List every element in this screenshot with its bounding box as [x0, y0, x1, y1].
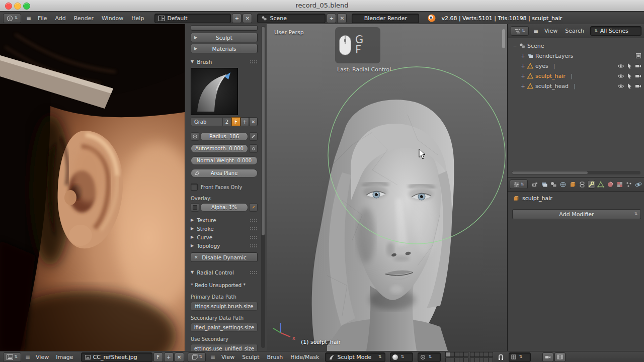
brush-panel-header[interactable]: ▼ Brush	[191, 57, 258, 66]
tab-object-data[interactable]	[597, 180, 605, 189]
pivot-point-selector[interactable]: ⇅	[418, 352, 441, 362]
snap-magnet-icon[interactable]	[498, 354, 504, 360]
overlay-toggle-checkbox[interactable]	[191, 203, 199, 212]
delete-scene-button[interactable]: ✕	[337, 14, 347, 23]
outliner-row-renderlayers[interactable]: + RenderLayers	[508, 51, 644, 61]
tab-world[interactable]	[559, 180, 567, 189]
editor-type-button[interactable]: ⇅	[510, 179, 528, 189]
renderability-camera-icon[interactable]	[635, 84, 641, 88]
menu-window[interactable]: Window	[100, 15, 125, 22]
editor-type-button[interactable]: ⇅	[511, 26, 529, 36]
primary-data-path-field[interactable]: ttings.sculpt.brush.size	[191, 302, 258, 311]
renderability-camera-icon[interactable]	[635, 74, 641, 78]
radius-slider[interactable]: Radius: 186	[200, 132, 248, 141]
curve-panel-header[interactable]: ▶ Curve	[191, 233, 258, 241]
collapse-menus-icon[interactable]: ≡	[210, 353, 215, 360]
visibility-eye-icon[interactable]	[617, 64, 624, 68]
fake-user-button[interactable]: F	[231, 117, 240, 126]
selectability-pointer-icon[interactable]	[627, 83, 632, 89]
v3d-menu-sculpt[interactable]: Sculpt	[240, 354, 261, 360]
image-datablock-selector[interactable]: CC_refSheet.jpg	[81, 352, 152, 362]
secondary-data-path-field[interactable]: ified_paint_settings.size	[191, 323, 258, 332]
opengl-render-anim-button[interactable]	[554, 352, 566, 362]
image-fake-user-button[interactable]: F	[153, 352, 163, 362]
menu-help[interactable]: Help	[130, 15, 145, 22]
radius-edit-button[interactable]	[249, 132, 258, 141]
collapse-menus-icon[interactable]: ≡	[25, 353, 30, 360]
overlay-paint-button[interactable]	[249, 203, 258, 212]
image-editor-area[interactable]	[0, 24, 185, 351]
front-faces-checkbox[interactable]	[191, 184, 198, 191]
editor-type-button[interactable]: ⇅	[3, 14, 21, 23]
brush-preview[interactable]	[191, 68, 238, 115]
stroke-panel-header[interactable]: ▶ Stroke	[191, 224, 258, 233]
outliner-display-mode[interactable]: ⇅ All Scenes	[590, 26, 641, 36]
renderability-camera-icon[interactable]	[635, 64, 641, 68]
delete-layout-button[interactable]: ✕	[243, 14, 252, 23]
v3d-menu-view[interactable]: View	[220, 354, 236, 360]
tab-physics[interactable]	[634, 180, 642, 189]
visibility-eye-icon[interactable]	[617, 74, 624, 78]
layers-widget[interactable]	[445, 352, 493, 362]
outliner-menu-view[interactable]: View	[543, 28, 559, 34]
autosmooth-anim-button[interactable]	[249, 144, 258, 153]
use-secondary-field[interactable]: ettings.use_unified_size	[191, 344, 258, 351]
v3d-menu-hide-mask[interactable]: Hide/Mask	[289, 354, 320, 360]
image-menu-image[interactable]: Image	[54, 354, 74, 360]
selectability-pointer-icon[interactable]	[627, 73, 632, 79]
opengl-render-button[interactable]	[542, 352, 553, 362]
texture-panel-header[interactable]: ▶ Texture	[191, 216, 258, 224]
autosmooth-slider[interactable]: Autosmooth: 0.000	[191, 144, 248, 153]
tool-shelf-scrollbar[interactable]	[261, 26, 265, 348]
brush-users-count[interactable]: 2	[223, 117, 231, 126]
tab-particles[interactable]	[625, 180, 633, 189]
editor-type-button[interactable]: ⇅	[3, 352, 21, 362]
expander-icon[interactable]: +	[521, 63, 525, 69]
scene-selector[interactable]: Scene	[257, 14, 326, 23]
shelf-tab-sculpt[interactable]: ▶ Sculpt	[191, 33, 258, 42]
tab-render[interactable]	[531, 180, 539, 189]
disable-dynamic-button[interactable]: ✕ Disable Dynamic	[191, 252, 258, 262]
unlink-brush-button[interactable]: ✕	[249, 117, 258, 126]
expander-icon[interactable]: +	[521, 73, 525, 79]
v3d-menu-brush[interactable]: Brush	[266, 354, 285, 360]
active-layer-cell[interactable]	[446, 352, 450, 356]
tab-modifiers[interactable]	[588, 180, 596, 189]
add-scene-button[interactable]: +	[327, 14, 336, 23]
outliner-row-sculpt-head[interactable]: + sculpt_head |	[508, 81, 644, 91]
radial-control-panel-header[interactable]: ▼ Radial Control	[191, 268, 258, 277]
viewport-scrollbar[interactable]	[502, 29, 505, 48]
expander-icon[interactable]: +	[521, 53, 525, 59]
tab-texture[interactable]	[616, 180, 624, 189]
collapse-menus-icon[interactable]: ≡	[26, 15, 31, 22]
collapse-menus-icon[interactable]: ≡	[533, 28, 538, 35]
tab-render-layers[interactable]	[540, 180, 548, 189]
expander-icon[interactable]: +	[521, 83, 525, 89]
render-engine-selector[interactable]: Blender Render	[352, 14, 419, 23]
new-image-button[interactable]: +	[164, 352, 174, 362]
shelf-tab-materials[interactable]: ▶ Materials	[191, 44, 258, 53]
outliner-horizontal-scrollbar[interactable]	[512, 171, 640, 174]
outliner-menu-search[interactable]: Search	[564, 28, 586, 34]
normal-weight-slider[interactable]: Normal Weight: 0.000	[191, 156, 258, 165]
menu-file[interactable]: File	[36, 15, 48, 22]
image-menu-view[interactable]: View	[34, 354, 50, 360]
brush-name-field[interactable]: Grab	[191, 117, 223, 126]
outliner-row-sculpt-hair[interactable]: + sculpt_hair |	[508, 71, 644, 81]
outliner-row-scene[interactable]: − Scene	[508, 41, 644, 51]
radius-unit-button[interactable]	[191, 132, 199, 141]
tab-material[interactable]	[606, 180, 614, 189]
tab-object[interactable]	[569, 180, 577, 189]
menu-render[interactable]: Render	[72, 15, 95, 22]
unlink-image-button[interactable]: ✕	[175, 352, 184, 362]
viewport-3d[interactable]: x User Persp G F Last: Radial Control (1…	[267, 24, 507, 351]
tab-constraints[interactable]	[578, 180, 586, 189]
add-layout-button[interactable]: +	[232, 14, 242, 23]
front-faces-row[interactable]: Front Faces Only	[191, 184, 258, 191]
renderlayer-badge-icon[interactable]	[635, 53, 641, 59]
topology-panel-header[interactable]: ▶ Topology	[191, 241, 258, 250]
selectability-pointer-icon[interactable]	[627, 63, 632, 69]
mode-selector[interactable]: Sculpt Mode ⇅	[325, 352, 385, 362]
visibility-eye-icon[interactable]	[617, 84, 624, 88]
menu-add[interactable]: Add	[53, 15, 67, 22]
